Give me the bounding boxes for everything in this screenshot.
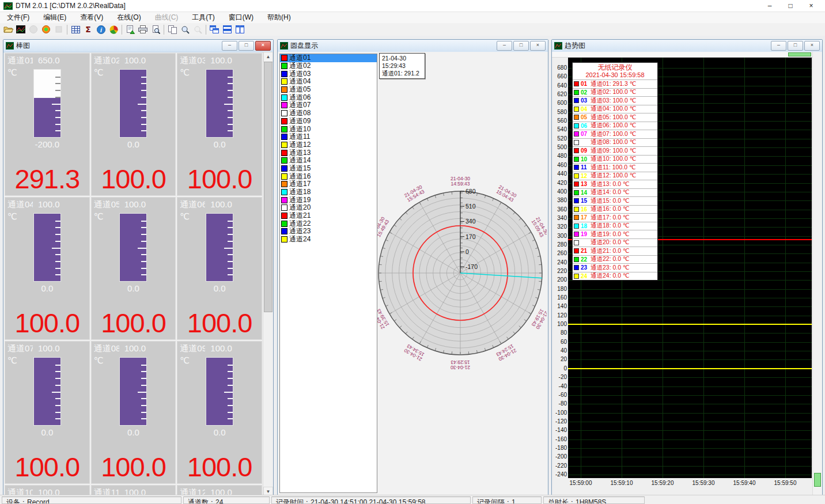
legend-row: 22通道22: 0.0 ℃ bbox=[573, 255, 657, 264]
menu-item[interactable]: 编辑(E) bbox=[36, 12, 73, 24]
channel-color-swatch bbox=[281, 78, 287, 85]
channel-color-swatch bbox=[281, 142, 287, 148]
tooltip-time: 15:29:43 bbox=[382, 62, 422, 70]
app-titlebar[interactable]: DTM 2.0.1 [C:\DTM 2.0.2\RealData] – □ × bbox=[0, 0, 825, 12]
gauge-tick bbox=[55, 274, 60, 275]
legend-row: 03通道03: 100.0 ℃ bbox=[573, 96, 657, 105]
toolbar-open-folder-button[interactable] bbox=[2, 24, 14, 35]
scale-min-value: 0.0 bbox=[5, 427, 89, 437]
toolbar-realtime-graph-button[interactable] bbox=[14, 24, 27, 35]
channel-color-swatch bbox=[281, 221, 287, 227]
toolbar-cascade-windows-button[interactable] bbox=[208, 24, 221, 35]
disc-window-titlebar[interactable]: 圆盘显示 – □ × bbox=[278, 40, 548, 52]
toolbar-zoom-button[interactable] bbox=[179, 24, 191, 35]
disc-close-button[interactable]: × bbox=[530, 41, 546, 51]
disc-minimize-button[interactable]: – bbox=[497, 41, 512, 51]
toolbar-pie-chart-button[interactable] bbox=[107, 24, 120, 35]
y-axis-tick-label: 120 bbox=[552, 312, 567, 319]
vscrollbar-thumb[interactable] bbox=[814, 473, 821, 487]
scroll-up-arrow-icon[interactable]: ▲ bbox=[263, 52, 273, 62]
app-maximize-button[interactable]: □ bbox=[780, 1, 801, 11]
legend-channel-number: 15 bbox=[581, 198, 591, 204]
toolbar-data-table-button[interactable] bbox=[69, 24, 82, 35]
toolbar-sigma-button[interactable]: Σ bbox=[82, 24, 94, 35]
gridline bbox=[568, 351, 812, 351]
scale-max-value: 100.0 bbox=[124, 343, 146, 354]
gauge-tick bbox=[55, 418, 60, 419]
y-axis-tick-label: -180 bbox=[552, 445, 567, 451]
bar-gauge-cell: 通道09100.0℃0.0100.0 bbox=[177, 341, 262, 484]
trend-vscrollbar[interactable] bbox=[812, 52, 822, 495]
legend-channel-number: 23 bbox=[581, 264, 591, 271]
gauge-tick bbox=[141, 110, 146, 111]
y-axis-tick-label: 420 bbox=[552, 180, 567, 186]
y-axis-tick-label: 160 bbox=[552, 294, 567, 301]
bar-gauge-cell: 通道02100.0℃0.0100.0 bbox=[91, 53, 176, 196]
legend-row: 17通道17: 0.0 ℃ bbox=[573, 213, 657, 222]
legend-channel-value: 通道14: 0.0 ℃ bbox=[591, 188, 630, 196]
menu-item[interactable]: 查看(V) bbox=[73, 12, 110, 24]
toolbar-export-button[interactable] bbox=[124, 24, 137, 35]
app-minimize-button[interactable]: – bbox=[759, 1, 780, 11]
bar-window-titlebar[interactable]: 棒图 – □ × bbox=[3, 40, 273, 52]
gauge-tick bbox=[55, 241, 60, 242]
gridline bbox=[568, 386, 812, 387]
gridline bbox=[568, 298, 812, 298]
trend-maximize-button[interactable]: □ bbox=[788, 41, 803, 51]
bar-minimize-button[interactable]: – bbox=[222, 41, 237, 51]
legend-color-swatch bbox=[574, 131, 579, 137]
trend-minimize-button[interactable]: – bbox=[771, 41, 786, 51]
trend-close-button[interactable]: × bbox=[804, 41, 820, 51]
realtime-graph-icon bbox=[16, 25, 25, 33]
window-bar-chart: 棒图 – □ × 通道01650.0℃-200.0291.3通道02100.0℃… bbox=[3, 39, 274, 497]
channel-color-swatch bbox=[281, 63, 287, 69]
legend-row: 01通道01: 291.3 ℃ bbox=[573, 79, 657, 88]
gauge-tick bbox=[141, 83, 146, 84]
toolbar-tile-vertical-button[interactable] bbox=[233, 24, 246, 35]
legend-row: 04通道04: 100.0 ℃ bbox=[573, 105, 657, 113]
y-axis-tick-label: 40 bbox=[552, 347, 567, 354]
disc-maximize-button[interactable]: □ bbox=[513, 41, 529, 51]
legend-channel-number: 09 bbox=[581, 147, 591, 154]
legend-row: 20通道20: 0.0 ℃ bbox=[573, 238, 657, 247]
bar-cell-header: 通道03100.0 bbox=[177, 54, 262, 66]
record-idle-icon bbox=[29, 25, 38, 34]
trend-window-titlebar[interactable]: 趋势图 – □ × bbox=[552, 40, 822, 52]
toolbar-info-button[interactable]: i bbox=[94, 24, 107, 35]
gauge-tick bbox=[228, 227, 233, 228]
menu-item[interactable]: 在线(O) bbox=[110, 12, 147, 24]
channel-list-item[interactable]: 通道24 bbox=[280, 236, 377, 244]
menu-item[interactable]: 文件(F) bbox=[0, 12, 36, 24]
tooltip-date: 21-04-30 bbox=[382, 55, 422, 62]
menu-item[interactable]: 窗口(W) bbox=[222, 12, 260, 24]
toolbar-print-preview-button[interactable] bbox=[149, 24, 162, 35]
y-axis-tick-label: 260 bbox=[552, 250, 567, 256]
toolbar-tile-horizontal-button[interactable] bbox=[221, 24, 233, 35]
legend-color-swatch bbox=[574, 107, 579, 112]
scrollbar-thumb[interactable] bbox=[264, 62, 273, 312]
legend-channel-value: 通道04: 100.0 ℃ bbox=[591, 105, 637, 113]
gauge-tick bbox=[141, 234, 146, 235]
channel-color-swatch bbox=[281, 197, 287, 203]
toolbar-copy-button[interactable] bbox=[166, 24, 179, 35]
pie-chart-icon bbox=[109, 25, 118, 34]
bar-maximize-button[interactable]: □ bbox=[239, 41, 254, 51]
menu-item[interactable]: 帮助(H) bbox=[260, 12, 298, 24]
legend-row: 18通道18: 0.0 ℃ bbox=[573, 222, 657, 230]
bar-cell-header: 通道05100.0 bbox=[92, 198, 176, 210]
disc-window-icon bbox=[280, 42, 288, 50]
menu-item[interactable]: 工具(T) bbox=[185, 12, 221, 24]
status-segment: 设备：Record bbox=[2, 497, 181, 504]
hscrollbar-thumb[interactable] bbox=[788, 52, 811, 56]
status-segment: 通道数：24 bbox=[183, 497, 270, 504]
bar-window-scrollbar[interactable]: ▲ ▼ bbox=[263, 52, 273, 497]
gridline bbox=[568, 359, 812, 360]
trend-hscrollbar[interactable] bbox=[552, 52, 812, 58]
toolbar-print-button[interactable] bbox=[137, 24, 149, 35]
bar-close-button[interactable]: × bbox=[255, 41, 271, 51]
legend-channel-value: 通道07: 100.0 ℃ bbox=[591, 130, 637, 138]
app-close-button[interactable]: × bbox=[801, 1, 822, 11]
y-axis-tick-label: 400 bbox=[552, 188, 567, 195]
toolbar-record-active-button[interactable] bbox=[40, 24, 52, 35]
toolbar-zoom-out-button bbox=[191, 24, 204, 35]
